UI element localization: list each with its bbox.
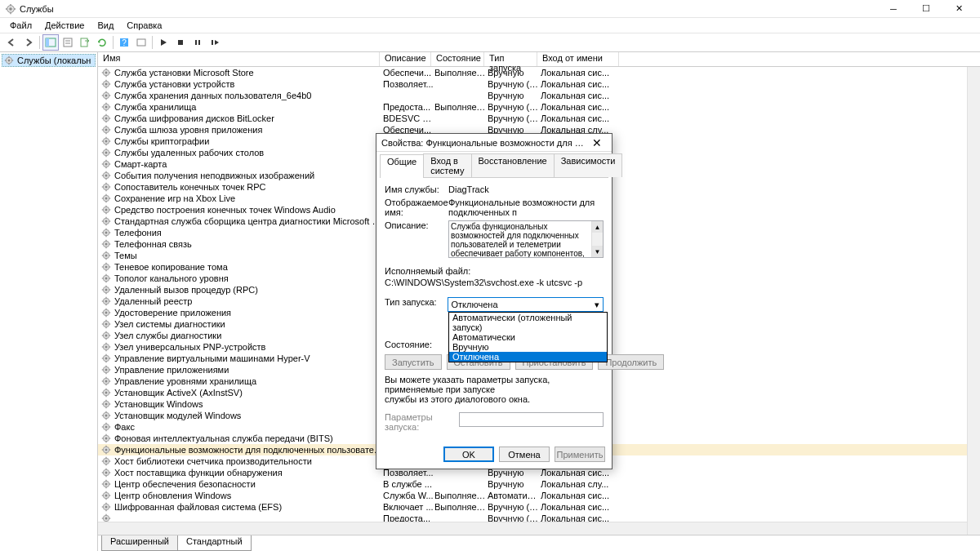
service-name: Управление приложениями: [114, 365, 383, 375]
tree-node-label: Службы (локальн: [17, 56, 91, 65]
service-desc: Включает ...: [383, 502, 434, 512]
gear-icon: [101, 228, 111, 238]
service-name: Центр обеспечения безопасности: [114, 479, 383, 489]
col-logon-as[interactable]: Вход от имени: [537, 52, 619, 66]
cancel-button[interactable]: Отмена: [499, 447, 550, 462]
help-button[interactable]: ?: [116, 34, 132, 51]
col-name[interactable]: Имя: [98, 52, 380, 66]
startup-option[interactable]: Вручную: [449, 342, 607, 352]
gear-icon: [101, 456, 111, 466]
start-service-button[interactable]: [155, 34, 172, 51]
restart-service-button[interactable]: [207, 34, 223, 51]
export-button[interactable]: [77, 34, 93, 51]
service-row[interactable]: Шифрованная файловая система (EFS)Включа…: [98, 501, 980, 513]
service-name: Служба шифрования дисков BitLocker: [114, 113, 383, 123]
maximize-button[interactable]: ☐: [910, 1, 942, 17]
gear-icon: [101, 479, 111, 489]
close-button[interactable]: ✕: [942, 1, 975, 17]
service-row[interactable]: Предоста...Вручную (ак...Локальная сис..…: [98, 513, 980, 522]
tab-dependencies[interactable]: Зависимости: [554, 153, 623, 177]
gear-icon: [101, 513, 111, 522]
service-name: Теневое копирование тома: [114, 262, 383, 272]
description-scrollbar[interactable]: ▲ ▼: [591, 221, 603, 257]
stop-service-button[interactable]: [172, 34, 189, 51]
service-name: Установщик модулей Windows: [114, 411, 383, 420]
startup-option[interactable]: Отключена: [449, 352, 607, 362]
gear-icon: [101, 342, 111, 352]
service-name: Телефония: [114, 228, 383, 238]
window-title: Службы: [20, 4, 877, 14]
show-hide-tree-button[interactable]: [42, 34, 59, 51]
dialog-titlebar[interactable]: Свойства: Функциональные возможности для…: [376, 134, 612, 152]
params-note-2: службы из этого диалогового окна.: [385, 394, 604, 404]
service-name: Факс: [114, 422, 383, 432]
service-row[interactable]: Служба шифрования дисков BitLockerBDESVC…: [98, 113, 980, 124]
value-exe-path: C:\WINDOWS\System32\svchost.exe -k utcsv…: [385, 278, 604, 287]
gear-icon: [101, 353, 111, 363]
resume-button[interactable]: Продолжить: [598, 354, 664, 370]
service-name: Функциональные возможности для подключен…: [114, 445, 383, 455]
ok-button[interactable]: OK: [443, 447, 494, 462]
service-logon: Локальная сис...: [541, 491, 622, 500]
menu-help[interactable]: Справка: [120, 19, 168, 32]
col-state[interactable]: Состояние: [431, 52, 484, 66]
tab-recovery[interactable]: Восстановление: [471, 153, 555, 177]
description-textarea[interactable]: Служба функциональных возможностей для п…: [448, 220, 604, 258]
description-text: Служба функциональных возможностей для п…: [451, 222, 601, 258]
tb-icon[interactable]: [133, 34, 149, 51]
service-name: Службы удаленных рабочих столов: [114, 148, 383, 158]
scroll-down-icon[interactable]: ▼: [592, 246, 603, 257]
service-name: Служба установки устройств: [114, 79, 383, 89]
back-button[interactable]: [3, 34, 20, 51]
service-row[interactable]: Центр обновления WindowsСлужба W...Выпол…: [98, 490, 980, 501]
startup-option[interactable]: Автоматически: [449, 332, 607, 342]
apply-button[interactable]: Применить: [555, 447, 605, 462]
startup-option[interactable]: Автоматически (отложенный запуск): [449, 313, 607, 332]
pause-service-button[interactable]: [189, 34, 206, 51]
service-name: Удостоверение приложения: [114, 308, 383, 318]
menu-file[interactable]: Файл: [3, 19, 38, 32]
menu-view[interactable]: Вид: [91, 19, 120, 32]
vertical-scrollbar[interactable]: [967, 67, 980, 535]
svg-rect-17: [198, 40, 200, 45]
service-row[interactable]: Служба установки устройствПозволяет...Вр…: [98, 78, 980, 90]
scroll-up-icon[interactable]: ▲: [592, 221, 603, 233]
tab-general[interactable]: Общие: [380, 154, 424, 178]
horizontal-scrollbar[interactable]: [98, 522, 980, 535]
col-description[interactable]: Описание: [380, 52, 431, 66]
service-desc: Обеспечи...: [383, 68, 434, 78]
gear-icon: [101, 251, 111, 260]
service-desc: Служба W...: [383, 491, 434, 500]
svg-text:?: ?: [122, 38, 127, 47]
start-params-input[interactable]: [459, 412, 604, 427]
startup-type-dropdown[interactable]: Автоматически (отложенный запуск)Автомат…: [448, 312, 608, 362]
refresh-button[interactable]: [94, 34, 110, 51]
dialog-close-button[interactable]: ✕: [587, 136, 607, 149]
gear-icon: [101, 296, 111, 306]
tree-node-services-local[interactable]: Службы (локальн: [2, 54, 96, 67]
col-startup-type[interactable]: Тип запуска: [484, 52, 537, 66]
dialog-title: Свойства: Функциональные возможности для…: [381, 138, 587, 148]
svg-rect-18: [212, 40, 213, 45]
minimize-button[interactable]: ─: [877, 1, 910, 17]
tab-logon[interactable]: Вход в систему: [423, 153, 471, 177]
label-service-name: Имя службы:: [385, 184, 448, 194]
service-start: Вручную (ак...: [488, 513, 541, 522]
start-button[interactable]: Запустить: [385, 354, 442, 370]
properties-button[interactable]: [60, 34, 76, 51]
service-state: Выполняется: [434, 502, 488, 512]
tab-standard[interactable]: Стандартный: [177, 535, 252, 551]
svg-rect-7: [46, 38, 49, 47]
service-name: Тополог канального уровня: [114, 273, 383, 283]
service-row[interactable]: Служба установки Microsoft StoreОбеспечи…: [98, 67, 980, 78]
tree-pane: Службы (локальн: [0, 52, 98, 551]
forward-button[interactable]: [20, 34, 37, 51]
tab-extended[interactable]: Расширенный: [101, 535, 178, 551]
menu-action[interactable]: Действие: [38, 19, 91, 32]
startup-type-select[interactable]: Отключена ▾: [448, 297, 604, 312]
service-row[interactable]: Центр обеспечения безопасностиВ службе .…: [98, 478, 980, 490]
service-row[interactable]: Служба хранилищаПредоста...ВыполняетсяВр…: [98, 101, 980, 113]
service-name: Телефонная связь: [114, 239, 383, 249]
service-row[interactable]: Служба хранения данных пользователя_6e4b…: [98, 90, 980, 101]
gear-icon: [101, 411, 111, 420]
